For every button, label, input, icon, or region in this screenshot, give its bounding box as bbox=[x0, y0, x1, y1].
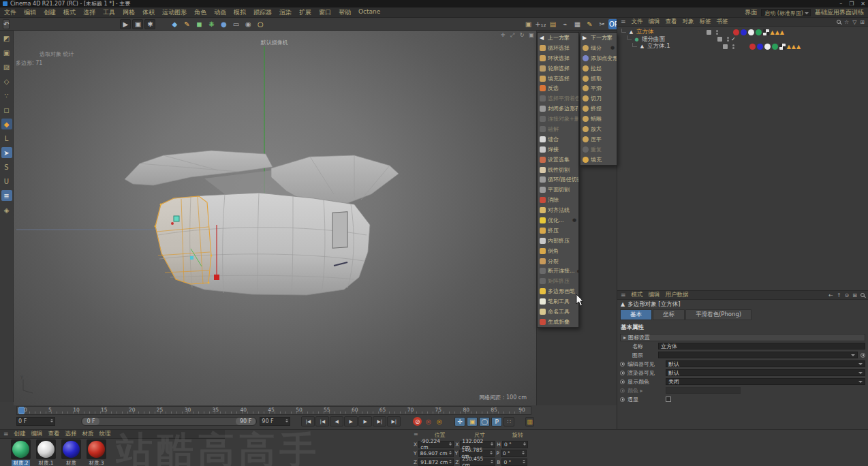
material-tag[interactable] bbox=[741, 29, 747, 35]
layer-field[interactable] bbox=[658, 352, 858, 358]
plugin-button[interactable]: ✂ bbox=[596, 19, 607, 29]
visibility-dots[interactable] bbox=[727, 37, 729, 42]
context-menu-item[interactable]: 细分 ● bbox=[580, 43, 617, 53]
menu-item[interactable]: 体积 bbox=[142, 8, 155, 17]
menu-item[interactable]: 模拟 bbox=[234, 8, 246, 17]
am-menu-item[interactable]: 模式 bbox=[632, 291, 643, 299]
material-tag[interactable] bbox=[749, 44, 756, 50]
plugin-button[interactable]: +₁₂ bbox=[535, 19, 546, 29]
position-field[interactable]: 91.872 cm bbox=[418, 459, 454, 466]
material-preview[interactable] bbox=[36, 439, 56, 459]
visibility-dots[interactable] bbox=[716, 30, 718, 35]
context-menu-item[interactable]: 选择平滑着色断开 bbox=[538, 93, 578, 104]
hamburger-icon[interactable]: ≡ bbox=[621, 18, 626, 25]
material-menu-item[interactable]: 选择 bbox=[65, 430, 77, 438]
hamburger-icon[interactable]: ≡ bbox=[414, 431, 418, 439]
create-object-button[interactable]: ◼ bbox=[193, 19, 204, 29]
context-menu-item[interactable]: 分裂 bbox=[538, 256, 578, 266]
gizmo-cyan-handle[interactable] bbox=[190, 256, 193, 260]
menu-item[interactable]: 渲染 bbox=[279, 8, 292, 17]
mode-tool-button[interactable]: ◇ bbox=[1, 76, 12, 87]
undo-button[interactable]: ↶ bbox=[3, 19, 10, 29]
mode-tool-button[interactable]: L bbox=[1, 133, 12, 144]
context-menu-item[interactable]: 填充 bbox=[580, 155, 617, 165]
keyframe-toggle[interactable]: P bbox=[491, 417, 502, 426]
gizmo-x-handle[interactable] bbox=[171, 222, 174, 225]
visibility-dots[interactable] bbox=[732, 44, 734, 49]
rotation-field[interactable]: 0 ° bbox=[501, 450, 527, 457]
menu-item[interactable]: 创建 bbox=[44, 8, 56, 17]
transport-button[interactable]: ◀ bbox=[330, 416, 343, 426]
attribute-tab[interactable]: 坐标 bbox=[653, 309, 685, 320]
material-menu-item[interactable]: 创建 bbox=[14, 430, 26, 438]
options-dot-icon[interactable]: ● bbox=[577, 268, 578, 274]
transport-button[interactable]: |◀ bbox=[315, 416, 329, 426]
dropdown-field[interactable]: 默认 bbox=[666, 360, 865, 367]
selection-tags[interactable]: ▲▲▲ bbox=[771, 29, 785, 35]
mode-tool-button[interactable]: ∵ bbox=[1, 90, 12, 101]
search-icon[interactable] bbox=[861, 293, 865, 297]
viewport-control-icon[interactable]: ✛ bbox=[499, 32, 506, 39]
end-frame-field[interactable]: 90 F bbox=[260, 417, 290, 426]
hamburger-icon[interactable]: ≡ bbox=[3, 431, 9, 437]
icon-settings-collapse[interactable]: ▸ 图标设置 bbox=[620, 334, 865, 341]
polygon-selection-tag[interactable]: ▲ bbox=[771, 29, 775, 35]
create-object-button[interactable]: ✎ bbox=[181, 19, 192, 29]
context-menu-item[interactable]: 倒角 bbox=[538, 246, 578, 256]
om-menu-item[interactable]: 书签 bbox=[717, 18, 728, 26]
om-menu-item[interactable]: 编辑 bbox=[649, 18, 660, 26]
object-row[interactable]: ▲ 立方体.1 ▲▲▲ bbox=[617, 43, 868, 50]
record-button[interactable]: ◎ bbox=[435, 417, 444, 426]
context-menu-item[interactable]: 消除 bbox=[538, 195, 578, 205]
menu-item[interactable]: 模式 bbox=[63, 8, 76, 17]
context-menu-item[interactable]: 焊接 bbox=[538, 144, 578, 155]
selection-tags[interactable]: ▲▲▲ bbox=[787, 44, 801, 50]
render-button[interactable]: ▣ bbox=[132, 19, 143, 29]
layout-dropdown[interactable]: 启动 (标准界面) bbox=[761, 9, 811, 16]
menu-item[interactable]: 运动图形 bbox=[162, 8, 187, 17]
plugin-button[interactable]: ✎ bbox=[584, 19, 595, 29]
context-menu-item[interactable]: 生成折叠 bbox=[538, 317, 578, 327]
rotation-field[interactable]: 0 ° bbox=[501, 459, 527, 466]
menu-item[interactable]: 帮助 bbox=[339, 8, 351, 17]
xray-checkbox[interactable] bbox=[666, 397, 671, 402]
polygon-selection-tag[interactable]: ▲ bbox=[787, 44, 792, 50]
context-menu-item[interactable]: 压平 bbox=[580, 134, 617, 144]
record-button[interactable]: ◎ bbox=[424, 417, 433, 426]
menu-item[interactable]: 选择 bbox=[83, 8, 95, 17]
am-header-icon[interactable]: ← bbox=[828, 292, 833, 298]
om-header-icon[interactable]: ☆ bbox=[844, 19, 849, 25]
transport-button[interactable]: ▶| bbox=[387, 416, 401, 426]
keyframe-radio[interactable] bbox=[620, 379, 625, 384]
render-button[interactable]: ▶ bbox=[120, 19, 131, 29]
context-menu-item[interactable]: 环状选择 bbox=[538, 53, 578, 63]
material-menu-item[interactable]: 查看 bbox=[48, 430, 60, 438]
gizmo-y-handle[interactable] bbox=[214, 275, 219, 280]
context-menu-item[interactable]: 放大 bbox=[580, 124, 617, 134]
object-name[interactable]: 立方体.1 bbox=[647, 42, 670, 50]
plugin-button[interactable]: ▦ bbox=[572, 19, 583, 29]
range-start-handle[interactable]: 0 F bbox=[82, 418, 99, 425]
context-menu-item[interactable]: 反选 bbox=[538, 83, 578, 93]
menu-item[interactable]: Octane bbox=[358, 8, 380, 17]
menu-item[interactable]: 文件 bbox=[4, 8, 16, 17]
context-menu-next-page[interactable]: ▶ 下一方案 bbox=[580, 33, 617, 43]
options-dot-icon[interactable]: ● bbox=[572, 217, 576, 223]
material-preview[interactable] bbox=[61, 439, 81, 459]
material-menu-item[interactable]: 纹理 bbox=[99, 430, 111, 438]
keyframe-radio[interactable] bbox=[620, 371, 625, 375]
plugin-button[interactable]: ▤ bbox=[547, 19, 558, 29]
om-menu-item[interactable]: 对象 bbox=[683, 18, 694, 26]
mode-tool-button[interactable]: ◆ bbox=[1, 119, 12, 129]
dropdown-field[interactable]: 关闭 bbox=[666, 378, 865, 385]
render-button[interactable]: ✱ bbox=[144, 19, 155, 29]
context-menu-item[interactable]: 添加点变形 bbox=[580, 53, 617, 63]
polygon-selection-tag[interactable]: ▲ bbox=[796, 44, 801, 50]
menu-item[interactable]: 窗口 bbox=[319, 8, 331, 17]
context-menu-item[interactable]: 挤捏 bbox=[580, 104, 617, 114]
context-menu-item[interactable]: 笔刷工具 bbox=[538, 296, 578, 307]
am-header-icon[interactable]: ↑ bbox=[837, 292, 841, 298]
mode-tool-button[interactable]: ≣ bbox=[1, 190, 12, 201]
context-menu-item[interactable]: 切刀 bbox=[580, 93, 617, 104]
camera-label[interactable]: 默认摄像机 bbox=[261, 39, 288, 46]
